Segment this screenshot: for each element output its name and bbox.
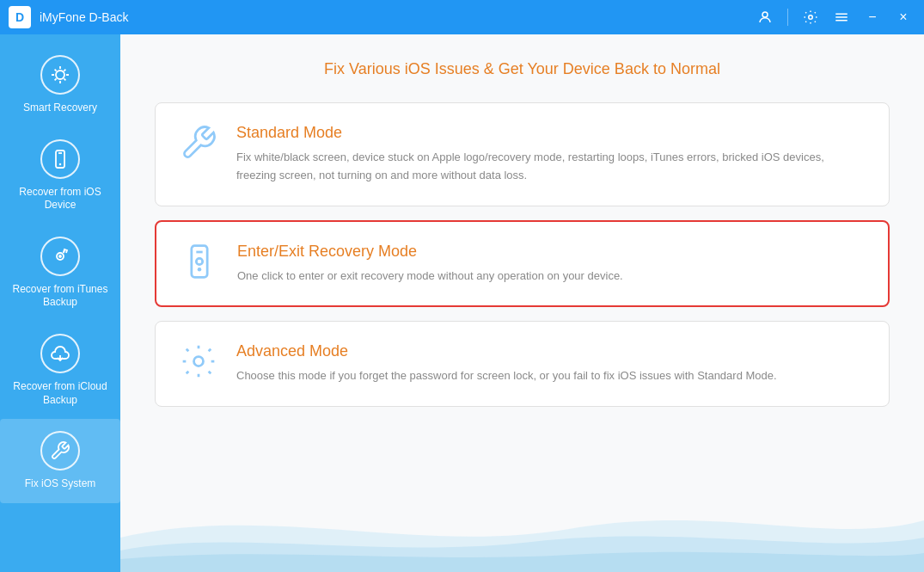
sidebar-item-recover-ios-label: Recover from iOS Device [9,186,112,212]
svg-point-5 [56,71,64,79]
svg-point-9 [59,255,61,257]
standard-mode-desc: Fix white/black screen, device stuck on … [236,149,865,185]
enter-exit-recovery-content: Enter/Exit Recovery Mode One click to en… [237,243,623,286]
svg-rect-11 [192,245,207,277]
sidebar: Smart Recovery Recover from iOS Device R… [0,34,120,572]
enter-exit-recovery-icon [181,243,218,284]
menu-icon[interactable] [829,5,854,29]
advanced-mode-content: Advanced Mode Choose this mode if you fo… [236,342,777,385]
sidebar-item-fix-ios-label: Fix iOS System [25,477,96,491]
separator [787,9,788,26]
svg-point-1 [809,15,813,20]
advanced-mode-title: Advanced Mode [236,342,777,360]
sidebar-item-recover-itunes[interactable]: Recover from iTunes Backup [0,224,120,322]
sidebar-item-recover-itunes-label: Recover from iTunes Backup [9,283,112,310]
standard-mode-card[interactable]: Standard Mode Fix white/black screen, de… [155,102,890,206]
svg-line-10 [64,249,64,253]
fix-ios-icon [40,431,80,471]
minimize-button[interactable]: − [860,5,884,29]
main-content: Fix Various iOS Issues & Get Your Device… [120,34,924,572]
sidebar-item-recover-ios[interactable]: Recover from iOS Device [0,127,120,224]
window-controls: − × [753,5,915,29]
enter-exit-recovery-desc: One click to enter or exit recovery mode… [237,268,623,286]
recover-icloud-icon [40,334,80,373]
sidebar-item-smart-recovery-label: Smart Recovery [23,101,97,115]
svg-point-0 [762,12,768,17]
sidebar-item-smart-recovery[interactable]: Smart Recovery [0,43,120,127]
settings-icon[interactable] [799,5,823,29]
recover-ios-icon [40,139,80,179]
enter-exit-recovery-card[interactable]: Enter/Exit Recovery Mode One click to en… [155,220,890,308]
enter-exit-recovery-title: Enter/Exit Recovery Mode [237,243,623,261]
sidebar-item-recover-icloud-label: Recover from iCloud Backup [9,380,112,407]
title-bar: D iMyFone D-Back − × [0,0,924,34]
svg-point-14 [194,357,204,366]
svg-point-13 [196,258,202,264]
app-layout: Smart Recovery Recover from iOS Device R… [0,34,924,572]
account-icon[interactable] [753,5,777,29]
page-title: Fix Various iOS Issues & Get Your Device… [155,60,890,78]
app-title: iMyFone D-Back [40,10,753,24]
advanced-mode-icon [180,342,217,384]
sidebar-item-recover-icloud[interactable]: Recover from iCloud Backup [0,322,120,419]
recover-itunes-icon [40,237,80,276]
advanced-mode-card[interactable]: Advanced Mode Choose this mode if you fo… [155,321,890,407]
standard-mode-content: Standard Mode Fix white/black screen, de… [236,124,865,185]
standard-mode-title: Standard Mode [236,124,865,142]
advanced-mode-desc: Choose this mode if you forget the passw… [236,367,777,385]
app-logo: D [9,6,31,28]
standard-mode-icon [180,124,217,165]
close-button[interactable]: × [891,5,915,29]
main-inner: Fix Various iOS Issues & Get Your Device… [120,34,924,572]
sidebar-item-fix-ios[interactable]: Fix iOS System [0,419,120,503]
smart-recovery-icon [40,55,80,95]
